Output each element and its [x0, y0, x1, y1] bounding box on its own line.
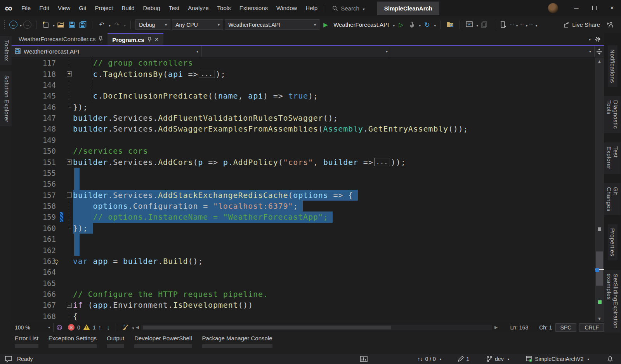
- project-dropdown[interactable]: WeatherForecast.API: [12, 46, 202, 57]
- fold-margin[interactable]: [65, 278, 73, 289]
- glyph-margin[interactable]: [58, 300, 65, 310]
- panel-tab-package-manager-console[interactable]: Package Manager Console: [202, 335, 272, 354]
- glyph-margin[interactable]: [58, 135, 65, 146]
- fold-margin[interactable]: [65, 168, 73, 179]
- fold-margin[interactable]: [65, 201, 73, 211]
- glyph-margin[interactable]: [58, 223, 65, 234]
- open-folder-icon[interactable]: [56, 20, 66, 29]
- warning-count[interactable]: 1: [93, 324, 96, 331]
- glyph-margin[interactable]: [58, 244, 65, 255]
- close-button[interactable]: ×: [603, 0, 621, 16]
- fold-margin[interactable]: [65, 146, 73, 156]
- panel-tab-exception-settings[interactable]: Exception Settings: [49, 335, 97, 354]
- repository-button[interactable]: SimpleCleanArchV2: [526, 355, 589, 362]
- doc-tab-program.cs[interactable]: Program.cs×: [108, 33, 163, 45]
- code-line[interactable]: 144: [12, 80, 595, 90]
- glyph-margin[interactable]: [58, 146, 65, 156]
- menu-analyze[interactable]: Analyze: [184, 0, 213, 16]
- tool-tab-toolbox[interactable]: Toolbox: [0, 36, 12, 65]
- toolbar-option-icon[interactable]: ⋯: [510, 22, 513, 27]
- fold-margin[interactable]: [65, 90, 73, 101]
- start-without-debugging-icon[interactable]: ▷: [396, 20, 406, 29]
- code-line[interactable]: 157−builder.Services.AddStackExchangeRed…: [12, 190, 595, 201]
- fold-margin[interactable]: [65, 234, 73, 244]
- code-line[interactable]: 158 options.Configuration = "localhost:6…: [12, 201, 595, 211]
- redo-dropdown[interactable]: [123, 21, 126, 28]
- glyph-margin[interactable]: [58, 102, 65, 113]
- tool-tab-solution-explorer[interactable]: Solution Explorer: [0, 71, 12, 126]
- code-line[interactable]: 155: [12, 168, 595, 179]
- menu-debug[interactable]: Debug: [139, 0, 165, 16]
- glyph-margin[interactable]: [58, 201, 65, 211]
- restart-icon[interactable]: ↻: [422, 20, 432, 29]
- member-dropdown[interactable]: [391, 46, 595, 57]
- startup-project-combo[interactable]: WeatherForecast.API: [225, 19, 319, 30]
- toolbar-option-icon-2[interactable]: ⋯: [519, 22, 523, 27]
- find-in-files-icon[interactable]: [446, 20, 455, 29]
- fold-margin[interactable]: [65, 102, 73, 113]
- expand-region-icon[interactable]: +: [67, 71, 72, 76]
- solution-platform-combo[interactable]: Any CPU: [172, 19, 223, 30]
- toolbar-option-dropdown-1[interactable]: [515, 21, 518, 28]
- type-dropdown[interactable]: [202, 46, 391, 57]
- code-line[interactable]: 147builder.Services.AddFluentValidationR…: [12, 113, 595, 123]
- menu-git[interactable]: Git: [75, 0, 90, 16]
- split-editor-handle[interactable]: [595, 46, 604, 57]
- code-cleanup-icon[interactable]: [122, 324, 129, 331]
- fold-margin[interactable]: [65, 113, 73, 123]
- code-line[interactable]: 145 c.DocInclusionPredicate((name, api) …: [12, 90, 595, 101]
- tool-tab-setslidingexpiration-examples[interactable]: SetSlidingExpiration examples: [604, 270, 621, 333]
- code-line[interactable]: 146});: [12, 102, 595, 113]
- glyph-margin[interactable]: [58, 57, 65, 68]
- collapse-region-icon[interactable]: −: [67, 192, 72, 198]
- close-tab-icon[interactable]: ×: [155, 36, 159, 43]
- glyph-margin[interactable]: [58, 113, 65, 123]
- panel-tab-error-list[interactable]: Error List: [15, 335, 38, 354]
- solution-name-badge[interactable]: SimpleCleanArch: [377, 2, 439, 15]
- pending-changes-button[interactable]: 1: [458, 356, 469, 362]
- code-cleanup-dropdown[interactable]: [132, 324, 134, 331]
- fold-margin[interactable]: −: [65, 190, 73, 201]
- doc-tab-weatherforecastcontroller.cs[interactable]: WeatherForecastController.cs: [14, 33, 108, 45]
- run-target-label[interactable]: WeatherForecast.API: [333, 21, 389, 28]
- code-line[interactable]: 161: [12, 234, 595, 244]
- hot-reload-dropdown[interactable]: [418, 21, 421, 28]
- collapsed-region-box[interactable]: ...: [374, 158, 390, 166]
- code-line[interactable]: 151+builder.Services.AddCors(p => p.AddP…: [12, 156, 595, 167]
- notifications-bell-icon[interactable]: [607, 355, 613, 362]
- collapse-region-icon[interactable]: −: [67, 303, 72, 308]
- fold-margin[interactable]: [65, 223, 73, 234]
- zoom-combo[interactable]: 100 %: [12, 323, 54, 332]
- code-line[interactable]: 163var app = builder.Build();: [12, 256, 595, 267]
- menu-build[interactable]: Build: [117, 0, 139, 16]
- menu-edit[interactable]: Edit: [35, 0, 54, 16]
- fold-margin[interactable]: +: [65, 156, 73, 167]
- undo-dropdown[interactable]: [108, 21, 111, 28]
- glyph-margin[interactable]: [58, 80, 65, 90]
- code-line[interactable]: 165: [12, 278, 595, 289]
- menu-help[interactable]: Help: [301, 0, 322, 16]
- glyph-margin[interactable]: [58, 90, 65, 101]
- expand-region-icon[interactable]: +: [67, 159, 72, 165]
- navigate-forward-icon[interactable]: →: [23, 21, 31, 29]
- code-line[interactable]: 149: [12, 135, 595, 146]
- pin-icon[interactable]: [99, 36, 103, 42]
- code-line[interactable]: 118+ c.TagActionsBy(api =>...);: [12, 68, 595, 79]
- error-count-icon[interactable]: ×: [68, 324, 75, 331]
- fold-margin[interactable]: [65, 267, 73, 277]
- menu-project[interactable]: Project: [90, 0, 117, 16]
- device-preview-icon[interactable]: [499, 20, 508, 29]
- code-line[interactable]: 159 // options.InstanceName = "WeatherFo…: [12, 211, 595, 222]
- glyph-margin[interactable]: [58, 311, 65, 322]
- user-avatar[interactable]: [548, 3, 558, 13]
- menu-extensions[interactable]: Extensions: [235, 0, 272, 16]
- undo-icon[interactable]: ↶: [97, 20, 106, 29]
- solution-configuration-combo[interactable]: Debug: [135, 19, 170, 30]
- send-feedback-icon[interactable]: [605, 20, 615, 29]
- glyph-margin[interactable]: [58, 289, 65, 300]
- vertical-scrollbar[interactable]: ▲ ▼: [595, 57, 604, 322]
- hscroll-left-arrow[interactable]: ◀: [136, 325, 139, 330]
- warning-count-icon[interactable]: [83, 324, 90, 330]
- tool-tab-git-changes[interactable]: Git Changes: [604, 183, 621, 215]
- document-list-dropdown[interactable]: [588, 36, 591, 42]
